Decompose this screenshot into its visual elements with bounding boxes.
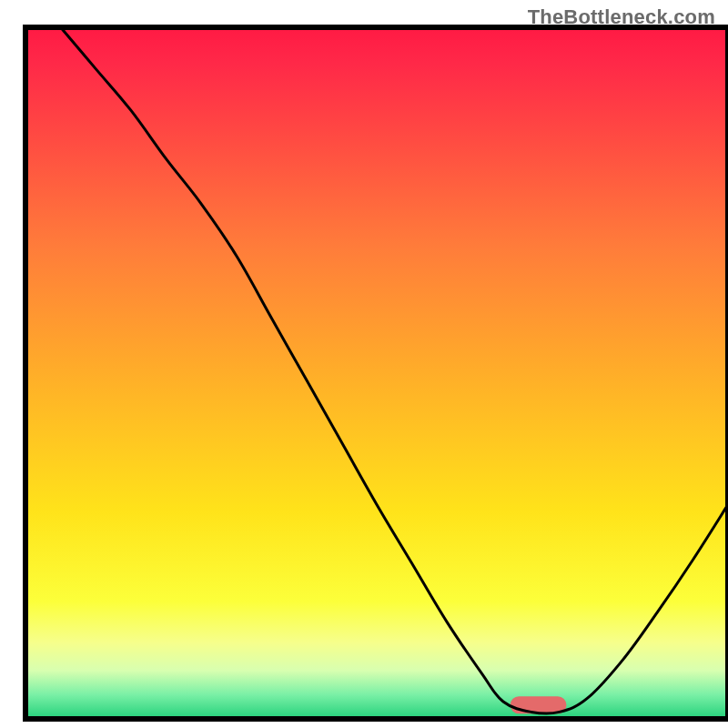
chart-svg	[0, 0, 728, 728]
chart-background	[25, 27, 728, 719]
chart-container: TheBottleneck.com	[0, 0, 728, 728]
watermark-text: TheBottleneck.com	[528, 5, 715, 29]
